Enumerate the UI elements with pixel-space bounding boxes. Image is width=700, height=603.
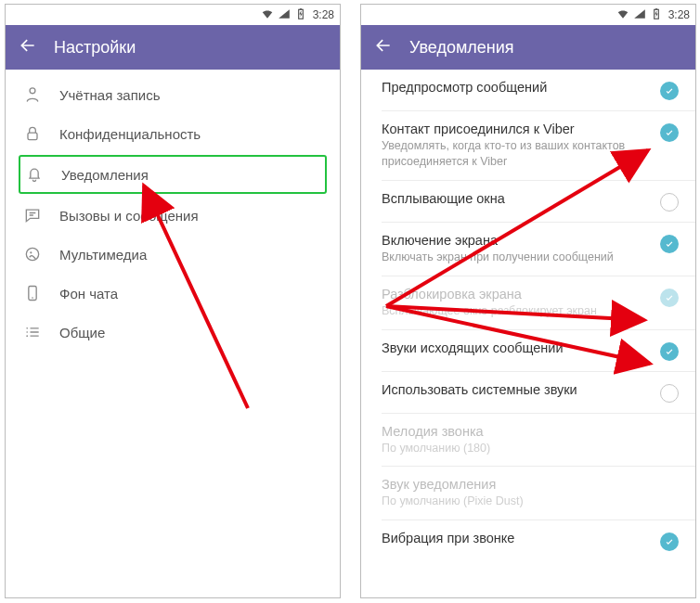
chat-icon (22, 206, 43, 225)
person-icon (22, 85, 43, 104)
signal-icon (633, 7, 646, 23)
settings-item-label: Учётная запись (59, 87, 161, 103)
row-title: Звук уведомления (382, 477, 679, 492)
row-title: Использовать системные звуки (382, 382, 649, 397)
settings-list: Учётная запись Конфиденциальность Уведом… (6, 70, 340, 352)
wifi-icon (261, 7, 274, 23)
row-unlock-screen: Разблокировка экрана Всплывающее окно ра… (361, 276, 695, 329)
toggle-on[interactable] (660, 82, 679, 100)
row-system-sounds[interactable]: Использовать системные звуки (361, 372, 695, 413)
row-title: Всплывающие окна (382, 191, 649, 206)
toggle-on[interactable] (660, 123, 679, 142)
status-bar: 3:28 (6, 5, 340, 25)
page-title: Уведомления (409, 38, 514, 58)
svg-rect-12 (655, 8, 656, 9)
settings-item-label: Конфиденциальность (59, 126, 201, 142)
svg-point-8 (26, 327, 28, 329)
settings-item-label: Фон чата (59, 286, 118, 302)
row-title: Звуки исходящих сообщений (382, 340, 649, 355)
row-ringtone[interactable]: Мелодия звонка По умолчанию (180) (361, 414, 695, 467)
row-subtitle: Уведомлять, когда кто-то из ваших контак… (382, 138, 649, 170)
media-icon (22, 245, 43, 263)
battery-icon (650, 7, 663, 23)
toggle-disabled (660, 289, 679, 307)
status-time: 3:28 (313, 8, 334, 21)
row-title: Вибрация при звонке (382, 531, 649, 545)
svg-point-7 (32, 297, 33, 299)
phone-left-settings: 3:28 Настройки Учётная запись Конфиденци… (5, 4, 341, 598)
row-contact-joined[interactable]: Контакт присоединился к Viber Уведомлять… (361, 111, 695, 180)
row-subtitle: Всплывающее окно разблокирует экран (382, 303, 649, 319)
phone-icon (22, 284, 43, 302)
row-subtitle: Включать экран при получении сообщений (382, 250, 649, 265)
row-vibrate-call[interactable]: Вибрация при звонке (361, 520, 695, 561)
row-message-preview[interactable]: Предпросмотр сообщений (361, 70, 695, 110)
settings-item-account[interactable]: Учётная запись (6, 75, 340, 114)
settings-item-privacy[interactable]: Конфиденциальность (6, 114, 340, 153)
back-icon[interactable] (19, 36, 37, 58)
settings-item-calls[interactable]: Вызовы и сообщения (6, 196, 340, 235)
toggle-off[interactable] (660, 384, 679, 403)
row-subtitle: По умолчанию (180) (382, 441, 679, 456)
settings-item-notifications[interactable]: Уведомления (19, 155, 327, 194)
row-screen-on[interactable]: Включение экрана Включать экран при полу… (361, 223, 695, 276)
row-subtitle: По умолчанию (Pixie Dust) (382, 494, 679, 509)
settings-item-label: Вызовы и сообщения (59, 208, 199, 224)
svg-point-5 (30, 251, 32, 253)
toggle-on[interactable] (660, 342, 679, 361)
toggle-on[interactable] (660, 235, 679, 253)
app-bar: Настройки (6, 25, 340, 70)
bell-icon (24, 165, 45, 184)
signal-icon (278, 7, 291, 23)
phone-right-notifications: 3:28 Уведомления Предпросмотр сообщений … (360, 4, 696, 598)
row-title: Мелодия звонка (382, 424, 679, 439)
app-bar: Уведомления (361, 25, 695, 70)
row-title: Включение экрана (382, 233, 649, 248)
notifications-list: Предпросмотр сообщений Контакт присоедин… (361, 70, 695, 561)
status-bar: 3:28 (361, 5, 695, 25)
svg-point-10 (26, 335, 28, 337)
row-outgoing-sounds[interactable]: Звуки исходящих сообщений (361, 330, 695, 371)
list-icon (22, 323, 43, 341)
settings-item-label: Мультимедиа (59, 247, 147, 263)
toggle-off[interactable] (660, 193, 679, 212)
page-title: Настройки (54, 38, 136, 58)
svg-rect-1 (299, 8, 301, 9)
toggle-on[interactable] (660, 532, 679, 551)
row-title: Разблокировка экрана (382, 287, 649, 302)
row-title: Предпросмотр сообщений (382, 80, 649, 95)
row-title: Контакт присоединился к Viber (382, 122, 649, 136)
settings-item-general[interactable]: Общие (6, 313, 340, 352)
status-time: 3:28 (668, 8, 690, 21)
row-notification-sound[interactable]: Звук уведомления По умолчанию (Pixie Dus… (361, 467, 695, 520)
svg-point-9 (26, 331, 28, 333)
svg-rect-3 (28, 133, 37, 140)
settings-item-media[interactable]: Мультимедиа (6, 235, 340, 274)
battery-icon (294, 7, 307, 23)
row-popup-windows[interactable]: Всплывающие окна (361, 181, 695, 222)
settings-item-background[interactable]: Фон чата (6, 274, 340, 313)
svg-point-2 (30, 88, 35, 94)
back-icon[interactable] (374, 36, 393, 58)
svg-point-4 (26, 248, 38, 260)
settings-item-label: Уведомления (61, 167, 149, 183)
lock-icon (22, 124, 43, 143)
wifi-icon (616, 7, 629, 23)
settings-item-label: Общие (59, 325, 105, 340)
